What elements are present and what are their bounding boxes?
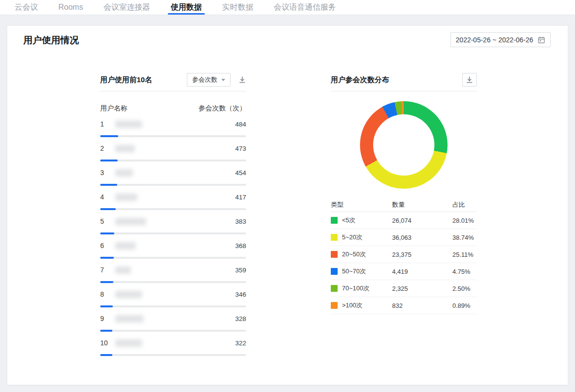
nav-tab[interactable]: Rooms: [58, 0, 83, 15]
user-meeting-count: 368: [235, 242, 246, 249]
download-top-users-button[interactable]: [238, 76, 246, 84]
user-meeting-count: 417: [235, 194, 246, 201]
nav-tab-label: 云会议: [15, 2, 38, 13]
distribution-count: 23,375: [392, 251, 452, 258]
color-swatch: [331, 268, 338, 275]
top-user-row: 8 346: [100, 286, 246, 310]
user-meeting-count: 484: [235, 121, 246, 128]
distribution-percent: 4.75%: [452, 268, 477, 275]
distribution-count: 2,325: [392, 285, 452, 292]
distribution-title: 用户参会次数分布: [331, 75, 389, 85]
distribution-type-label: 5~20次: [342, 233, 362, 242]
user-bar-track: [100, 232, 246, 234]
divider: [100, 91, 246, 91]
user-bar-track: [100, 281, 246, 283]
nav-tab[interactable]: 会议室连接器: [104, 0, 150, 15]
distribution-percent: 38.74%: [452, 234, 477, 241]
user-rank: 6: [100, 242, 115, 249]
top-user-row: 5 383: [100, 213, 246, 237]
user-name-redacted: [115, 121, 142, 128]
user-meeting-count: 473: [235, 145, 246, 152]
download-distribution-button[interactable]: [462, 73, 477, 87]
distribution-type-label: <5次: [342, 216, 356, 225]
user-rank: 8: [100, 290, 115, 298]
nav-tab-label: 会议语音通信服务: [274, 2, 336, 13]
nav-tab-label: Rooms: [58, 3, 83, 12]
user-bar-track: [100, 305, 246, 307]
top-users-list: 1 484 2 473 3 454 4 417: [100, 116, 246, 359]
top-nav: 云会议 Rooms 会议室连接器 使用数据 实时数据 会议语音通信服务: [0, 0, 575, 15]
distribution-percent: 28.01%: [452, 217, 477, 224]
user-rank: 5: [100, 217, 115, 225]
user-bar-fill: [100, 208, 116, 210]
distribution-rows: <5次 26,074 28.01% 5~20次 36,063 38.74% 20…: [331, 212, 477, 314]
color-swatch: [331, 302, 338, 309]
user-bar-track: [100, 330, 246, 332]
page-title: 用户使用情况: [23, 34, 79, 47]
color-swatch: [331, 285, 338, 292]
date-range-picker[interactable]: 2022-05-26 ~ 2022-06-26: [450, 32, 551, 47]
distribution-row: >100次 832 0.89%: [331, 297, 477, 314]
donut-hole: [373, 114, 434, 176]
col-header-ratio: 占比: [452, 200, 477, 209]
user-bar-fill: [100, 232, 114, 234]
user-name-redacted: [115, 315, 144, 322]
color-swatch: [331, 217, 338, 224]
user-bar-track: [100, 184, 246, 186]
user-name-redacted: [115, 169, 133, 177]
user-bar-fill: [100, 281, 113, 283]
top-user-row: 2 473: [100, 140, 246, 164]
nav-tab[interactable]: 云会议: [15, 0, 38, 15]
user-bar-fill: [100, 160, 118, 161]
user-rank: 2: [100, 144, 115, 152]
col-header-type: 类型: [331, 200, 392, 209]
distribution-table: 类型 数量 占比 <5次 26,074 28.01% 5~20次 36,063 …: [331, 197, 477, 314]
distribution-row: 5~20次 36,063 38.74%: [331, 229, 477, 246]
nav-tab[interactable]: 会议语音通信服务: [274, 0, 336, 15]
top-user-row: 10 322: [100, 335, 246, 359]
user-bar-fill: [100, 354, 112, 356]
user-bar-fill: [100, 135, 118, 137]
distribution-type-label: 20~50次: [342, 250, 366, 259]
usage-card: 用户使用情况 2022-05-26 ~ 2022-06-26 用户使用前10名 …: [7, 25, 568, 385]
date-range-value: 2022-05-26 ~ 2022-06-26: [456, 36, 533, 44]
color-swatch: [331, 234, 338, 241]
distribution-row: 50~70次 4,419 4.75%: [331, 263, 477, 280]
user-rank: 4: [100, 193, 115, 201]
user-bar-fill: [100, 305, 113, 307]
color-swatch: [331, 251, 338, 258]
col-header-count: 数量: [392, 200, 452, 209]
top-user-row: 6 368: [100, 237, 246, 262]
nav-tab-label: 会议室连接器: [104, 2, 150, 13]
user-name-redacted: [115, 242, 136, 249]
user-meeting-count: 383: [235, 218, 246, 225]
user-bar-track: [100, 160, 246, 161]
top-user-row: 4 417: [100, 189, 246, 213]
user-bar-fill: [100, 330, 112, 332]
distribution-count: 832: [392, 302, 452, 309]
top-user-row: 3 454: [100, 164, 246, 189]
distribution-type-label: 70~100次: [342, 284, 370, 293]
distribution-row: <5次 26,074 28.01%: [331, 212, 477, 229]
distribution-count: 4,419: [392, 268, 452, 275]
nav-tab[interactable]: 使用数据: [171, 0, 202, 15]
divider: [331, 91, 477, 91]
top-user-row: 9 328: [100, 310, 246, 335]
metric-dropdown[interactable]: 参会次数: [187, 73, 231, 87]
distribution-row: 20~50次 23,375 25.11%: [331, 246, 477, 263]
user-bar-track: [100, 135, 246, 137]
nav-tab-label: 实时数据: [222, 2, 253, 13]
nav-tab[interactable]: 实时数据: [222, 0, 253, 15]
nav-tab-label: 使用数据: [171, 2, 202, 13]
user-meeting-count: 328: [235, 315, 246, 322]
distribution-count: 26,074: [392, 217, 452, 224]
col-header-user-name: 用户名称: [100, 104, 127, 113]
top-users-panel: 用户使用前10名 参会次数 用户名称 参会次数（次）: [100, 72, 246, 359]
user-name-redacted: [115, 339, 142, 347]
user-rank: 7: [100, 266, 115, 274]
distribution-percent: 2.50%: [452, 285, 477, 292]
user-name-redacted: [115, 145, 135, 152]
user-name-redacted: [115, 267, 131, 274]
nav-tabs: 云会议 Rooms 会议室连接器 使用数据 实时数据 会议语音通信服务: [15, 0, 357, 15]
user-meeting-count: 454: [235, 169, 246, 177]
